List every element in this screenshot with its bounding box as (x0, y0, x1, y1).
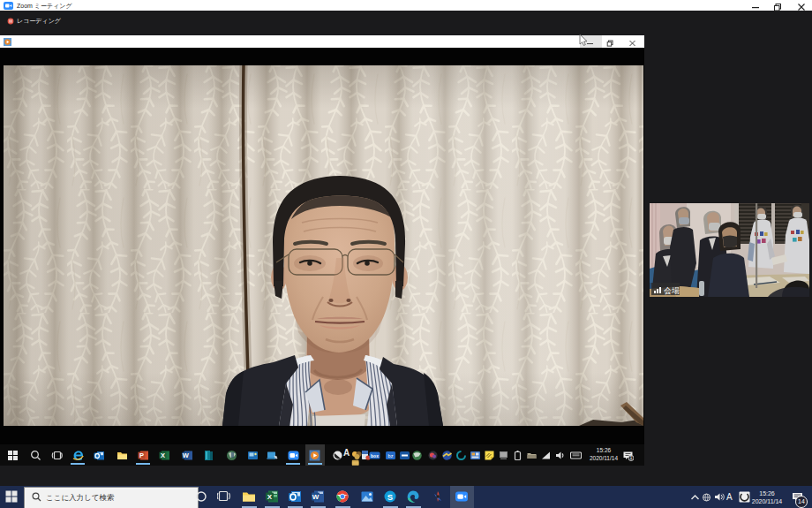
svg-text:会場: 会場 (664, 286, 680, 295)
svg-text:S: S (387, 492, 393, 502)
svg-text:W: W (312, 493, 320, 501)
svg-text:box: box (371, 453, 379, 459)
svg-text:X: X (161, 451, 165, 459)
svg-text:X: X (267, 493, 273, 501)
svg-text:bz: bz (388, 453, 394, 459)
svg-text:W: W (183, 451, 190, 459)
svg-text:P: P (139, 451, 144, 459)
